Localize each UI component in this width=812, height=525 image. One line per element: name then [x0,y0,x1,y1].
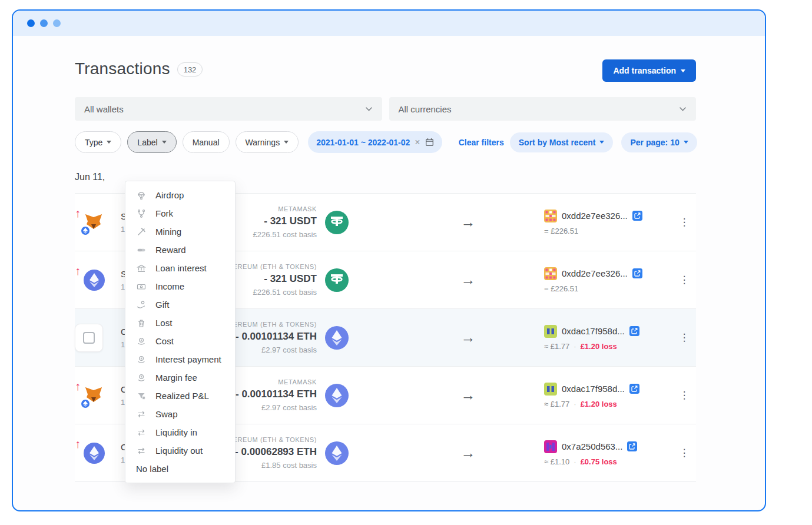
label-menu-item-gift[interactable]: Gift [125,295,235,314]
label-dropdown-menu: Airdrop Fork Mining Reward Loan interest… [125,181,236,483]
row-menu-button[interactable]: ⋮ [672,275,696,285]
coin-icon [136,337,146,346]
menu-item-label: Gift [155,300,169,310]
caret-down-icon [684,141,688,144]
hand-coin-icon [136,300,146,310]
label-menu-item-no-label[interactable]: No label [125,460,235,478]
arrow-right-icon: → [350,329,544,346]
eth-coin-icon [317,441,350,465]
menu-item-label: Reward [155,245,186,255]
row-icon-cell: ↑ [75,208,121,237]
date-range-value: 2021-01-01 ~ 2022-01-02 [316,138,410,147]
coin-icon [136,355,146,364]
label-menu-item-margin-fee[interactable]: Margin fee [125,368,235,387]
destination-address: 0xdd2e7ee326... [562,268,628,278]
destination-identicon [544,210,557,222]
label-menu-item-mining[interactable]: Mining [125,222,235,241]
label-menu-item-interest-payment[interactable]: Interest payment [125,350,235,368]
label-menu-item-fork[interactable]: Fork [125,204,235,222]
eth-coin-icon [317,384,350,407]
menu-item-label: Liquidity in [155,427,197,437]
menu-item-label: Swap [155,409,178,419]
row-menu-button[interactable]: ⋮ [672,448,696,458]
label-menu-item-liquidity-in[interactable]: Liquidity in [125,423,235,441]
chevron-down-icon [365,107,373,112]
label-menu-item-reward[interactable]: Reward [125,241,235,259]
chevron-down-icon [679,107,687,112]
sort-by-label: Sort by Most recent [519,138,596,147]
label-menu-item-airdrop[interactable]: Airdrop [125,186,235,204]
menu-item-label: Mining [155,227,181,237]
row-menu-button[interactable]: ⋮ [672,333,696,343]
destination-value: = £226.51 [544,284,578,293]
label-menu-item-swap[interactable]: Swap [125,405,235,423]
clear-date-icon[interactable]: × [415,137,420,148]
external-link-icon[interactable] [632,211,642,221]
loss-amount: £0.75 loss [581,457,617,466]
page-title: Transactions [75,59,170,78]
fork-icon [136,209,146,218]
manual-filter-chip[interactable]: Manual [183,131,230,153]
label-menu-item-loan-interest[interactable]: Loan interest [125,259,235,277]
per-page-chip[interactable]: Per page: 10 [621,132,697,152]
menu-item-label: Fork [155,208,173,218]
caret-down-icon [107,141,111,144]
checkbox-card [75,324,103,352]
destination-value: ≈ £1.10 [544,457,569,466]
destination-address: 0xdac17f958d... [562,384,625,394]
type-filter-label: Type [85,138,102,147]
caret-down-icon [681,69,685,72]
external-link-icon[interactable] [629,326,639,336]
banknote-icon [136,282,146,291]
row-destination-cell: 0xdd2e7ee326... = £226.51 [544,210,672,235]
add-transaction-button[interactable]: Add transaction [602,59,696,82]
row-destination-cell: 0xdac17f958d... ≈ £1.77 · £1.20 loss [544,383,672,408]
type-filter-chip[interactable]: Type [75,131,121,153]
arrow-right-icon: → [350,387,544,404]
label-filter-chip[interactable]: Label [127,131,176,153]
trash-icon [136,318,146,328]
clear-filters-link[interactable]: Clear filters [459,138,504,147]
per-page-label: Per page: 10 [630,138,679,147]
destination-address: 0x7a250d563... [562,441,622,451]
row-menu-button[interactable]: ⋮ [672,217,696,227]
destination-identicon [544,383,557,396]
label-menu-item-realized-pl[interactable]: Realized P&L [125,387,235,405]
ethereum-wallet-icon [84,443,105,464]
label-menu-item-income[interactable]: Income [125,277,235,295]
currencies-select-value: All currencies [399,104,452,114]
warnings-filter-chip[interactable]: Warnings [236,131,299,153]
menu-item-label: Income [155,281,184,291]
menu-item-label: Margin fee [155,373,197,383]
external-link-icon[interactable] [627,441,637,451]
filter-chips-row: Type Label Manual Warnings 2021-01-01 ~ … [75,131,696,153]
external-link-icon[interactable] [629,384,639,394]
pickaxe-icon [136,227,146,237]
menu-item-label: No label [136,464,168,474]
label-menu-item-lost[interactable]: Lost [125,314,235,332]
manual-filter-label: Manual [193,138,220,147]
date-range-chip[interactable]: 2021-01-01 ~ 2022-01-02 × [308,131,442,153]
row-destination-cell: 0xdac17f958d... ≈ £1.77 · £1.20 loss [544,325,672,351]
row-checkbox[interactable] [83,332,95,344]
value-separator: · [574,342,576,351]
warnings-filter-label: Warnings [246,138,280,147]
sort-by-chip[interactable]: Sort by Most recent [510,132,614,152]
funnel-coin-icon [136,391,146,401]
destination-address: 0xdac17f958d... [562,326,625,336]
wallets-select[interactable]: All wallets [75,97,382,121]
label-menu-item-cost[interactable]: Cost [125,332,235,350]
currencies-select[interactable]: All currencies [389,97,697,121]
loss-amount: £1.20 loss [581,400,617,408]
page-header: Transactions 132 Add transaction [75,59,696,82]
destination-address: 0xdd2e7ee326... [562,211,628,221]
destination-identicon [544,267,557,280]
label-menu-item-liquidity-out[interactable]: Liquidity out [125,441,235,460]
row-menu-button[interactable]: ⋮ [672,390,696,400]
row-icon-cell: ↑ [75,381,121,410]
send-arrow-icon: ↑ [75,380,81,393]
handshake-icon [136,245,146,255]
external-link-icon[interactable] [632,268,642,278]
menu-item-label: Interest payment [155,354,221,364]
arrow-right-icon: → [350,444,544,461]
